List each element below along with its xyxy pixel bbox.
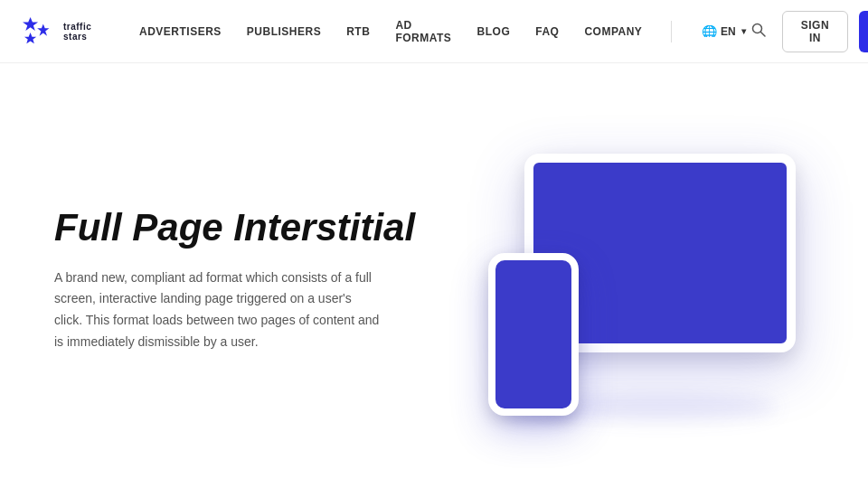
hero-title: Full Page Interstitial xyxy=(54,207,434,249)
hero-content: Full Page Interstitial A brand new, comp… xyxy=(54,207,434,352)
svg-line-4 xyxy=(760,32,765,36)
logo[interactable]: traffic stars xyxy=(22,15,103,48)
nav-publishers[interactable]: PUBLISHERS xyxy=(247,25,321,38)
language-code: EN xyxy=(721,25,736,38)
logo-line1: traffic xyxy=(63,22,91,32)
signin-button[interactable]: SIGN IN xyxy=(782,11,848,52)
device-phone xyxy=(488,253,579,416)
nav-ad-formats[interactable]: AD FORMATS xyxy=(395,19,451,44)
svg-marker-0 xyxy=(23,16,38,30)
flag-icon: 🌐 xyxy=(701,25,717,37)
main-nav: ADVERTISERS PUBLISHERS RTB AD FORMATS BL… xyxy=(139,19,746,44)
logo-icon xyxy=(22,15,58,48)
hero-section: Full Page Interstitial A brand new, comp… xyxy=(0,63,868,488)
language-selector[interactable]: 🌐 EN ▾ xyxy=(701,25,746,38)
nav-faq[interactable]: FAQ xyxy=(535,25,559,38)
hero-description: A brand new, compliant ad format which c… xyxy=(54,267,380,353)
nav-rtb[interactable]: RTB xyxy=(346,25,370,38)
nav-divider xyxy=(671,21,672,42)
search-icon xyxy=(751,23,766,37)
svg-marker-2 xyxy=(24,32,36,42)
nav-advertisers[interactable]: ADVERTISERS xyxy=(139,25,222,38)
header: traffic stars ADVERTISERS PUBLISHERS RTB… xyxy=(0,0,868,63)
nav-company[interactable]: COMPANY xyxy=(584,25,642,38)
nav-blog[interactable]: BLOG xyxy=(477,25,511,38)
hero-illustration xyxy=(434,136,814,425)
logo-text: traffic stars xyxy=(63,22,91,42)
search-button[interactable] xyxy=(746,17,771,46)
header-actions: SIGN IN GET STARTED xyxy=(746,11,868,52)
logo-line2: stars xyxy=(63,32,91,42)
svg-marker-1 xyxy=(37,23,49,35)
get-started-button[interactable]: GET STARTED xyxy=(859,11,868,52)
